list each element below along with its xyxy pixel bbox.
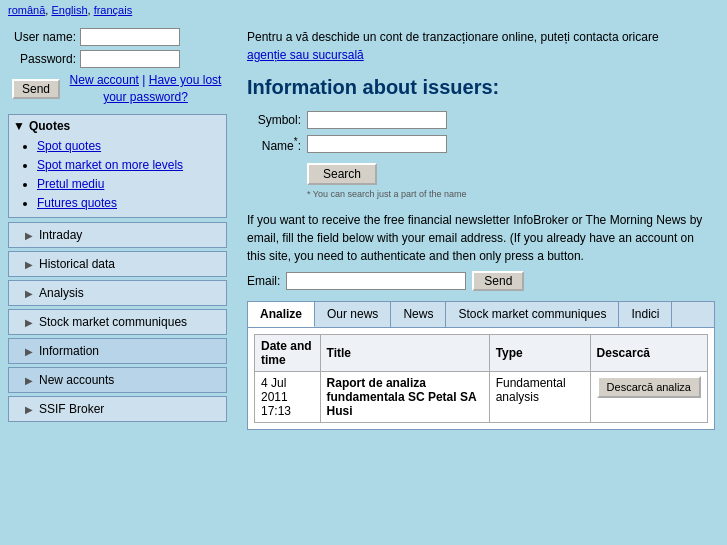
tab-our-news[interactable]: Our news	[315, 302, 391, 327]
table-row: 4 Jul 2011 17:13 Raport de analiza funda…	[255, 372, 708, 423]
tab-indici[interactable]: Indici	[619, 302, 672, 327]
sidebar-item-intraday[interactable]: ▶ Intraday	[8, 222, 227, 248]
login-links: New account | Have you lost your passwor…	[64, 72, 227, 106]
new-account-link[interactable]: New account	[70, 73, 139, 87]
tab-analize[interactable]: Analize	[248, 302, 315, 327]
sidebar-item-label: Information	[39, 344, 99, 358]
agency-link[interactable]: agenție sau sucursală	[247, 48, 364, 62]
login-section: User name: Password: Send New account | …	[8, 28, 227, 106]
password-row: Password:	[8, 50, 227, 68]
nav-arrow-icon: ▶	[25, 375, 33, 386]
email-label: Email:	[247, 272, 280, 290]
cell-title: Raport de analiza fundamentala SC Petal …	[320, 372, 489, 423]
nav-arrow-icon: ▶	[25, 230, 33, 241]
nav-arrow-icon: ▶	[25, 404, 33, 415]
symbol-row: Symbol:	[247, 111, 715, 129]
quotes-section: ▼ Quotes Spot quotes Spot market on more…	[8, 114, 227, 219]
list-item[interactable]: Spot quotes	[37, 137, 222, 156]
tabs-section: Analize Our news News Stock market commu…	[247, 301, 715, 430]
language-link-en[interactable]: English	[51, 4, 87, 16]
tab-stock-communiques[interactable]: Stock market communiques	[446, 302, 619, 327]
email-row: Email: Send	[247, 271, 707, 291]
sidebar-item-ssif[interactable]: ▶ SSIF Broker	[8, 396, 227, 422]
newsletter-section: If you want to receive the free financia…	[247, 211, 707, 291]
newsletter-text: If you want to receive the free financia…	[247, 213, 702, 263]
password-input[interactable]	[80, 50, 180, 68]
cell-date: 4 Jul 2011 17:13	[255, 372, 321, 423]
quotes-arrow-icon: ▼	[13, 119, 25, 133]
quotes-header[interactable]: ▼ Quotes	[13, 119, 222, 133]
sidebar: User name: Password: Send New account | …	[0, 20, 235, 425]
data-table: Date and time Title Type Descarcă 4 Jul …	[254, 334, 708, 423]
issuers-heading: Information about issuers:	[247, 76, 715, 99]
sidebar-item-communiques[interactable]: ▶ Stock market communiques	[8, 309, 227, 335]
search-form: Symbol: Name*: Search * You can search j…	[247, 111, 715, 199]
sidebar-item-label: Historical data	[39, 257, 115, 271]
cell-type: Fundamental analysis	[489, 372, 590, 423]
sidebar-item-label: Analysis	[39, 286, 84, 300]
language-link-ro[interactable]: română	[8, 4, 45, 16]
username-input[interactable]	[80, 28, 180, 46]
sidebar-item-label: SSIF Broker	[39, 402, 104, 416]
sidebar-item-label: Intraday	[39, 228, 82, 242]
username-label: User name:	[8, 30, 80, 44]
col-date: Date and time	[255, 335, 321, 372]
email-send-button[interactable]: Send	[472, 271, 524, 291]
pretul-mediu-link[interactable]: Pretul mediu	[37, 177, 104, 191]
symbol-label: Symbol:	[247, 113, 307, 127]
name-label: Name*:	[247, 136, 307, 153]
sidebar-item-analysis[interactable]: ▶ Analysis	[8, 280, 227, 306]
nav-arrow-icon: ▶	[25, 317, 33, 328]
symbol-input[interactable]	[307, 111, 447, 129]
tab-news[interactable]: News	[391, 302, 446, 327]
language-link-fr[interactable]: français	[94, 4, 133, 16]
password-label: Password:	[8, 52, 80, 66]
table-header-row: Date and time Title Type Descarcă	[255, 335, 708, 372]
tabs-bar: Analize Our news News Stock market commu…	[248, 302, 714, 328]
futures-link[interactable]: Futures quotes	[37, 196, 117, 210]
content-area: Pentru a vă deschide un cont de tranzacț…	[235, 20, 727, 545]
list-item[interactable]: Spot market on more levels	[37, 156, 222, 175]
col-type: Type	[489, 335, 590, 372]
email-input[interactable]	[286, 272, 466, 290]
spot-market-link[interactable]: Spot market on more levels	[37, 158, 183, 172]
quotes-list: Spot quotes Spot market on more levels P…	[13, 137, 222, 214]
nav-arrow-icon: ▶	[25, 346, 33, 357]
username-row: User name:	[8, 28, 227, 46]
sidebar-item-information[interactable]: ▶ Information	[8, 338, 227, 364]
search-note: * You can search just a part of the name	[307, 189, 715, 199]
list-item[interactable]: Futures quotes	[37, 194, 222, 213]
search-btn-row: Search	[247, 159, 715, 185]
quotes-title: Quotes	[29, 119, 70, 133]
send-button[interactable]: Send	[12, 79, 60, 99]
col-download: Descarcă	[590, 335, 707, 372]
search-button[interactable]: Search	[307, 163, 377, 185]
nav-arrow-icon: ▶	[25, 288, 33, 299]
nav-arrow-icon: ▶	[25, 259, 33, 270]
login-actions: Send New account | Have you lost your pa…	[8, 72, 227, 106]
language-bar: română, English, français	[0, 0, 727, 20]
sidebar-item-historical[interactable]: ▶ Historical data	[8, 251, 227, 277]
sidebar-item-label: New accounts	[39, 373, 114, 387]
col-title: Title	[320, 335, 489, 372]
spot-quotes-link[interactable]: Spot quotes	[37, 139, 101, 153]
tab-content: Date and time Title Type Descarcă 4 Jul …	[248, 328, 714, 429]
top-text: Pentru a vă deschide un cont de tranzacț…	[247, 28, 687, 64]
download-button[interactable]: Descarcă analiza	[597, 376, 701, 398]
cell-download: Descarcă analiza	[590, 372, 707, 423]
sidebar-item-new-accounts[interactable]: ▶ New accounts	[8, 367, 227, 393]
name-input[interactable]	[307, 135, 447, 153]
main-layout: User name: Password: Send New account | …	[0, 20, 727, 545]
top-description: Pentru a vă deschide un cont de tranzacț…	[247, 30, 659, 44]
list-item[interactable]: Pretul mediu	[37, 175, 222, 194]
sidebar-item-label: Stock market communiques	[39, 315, 187, 329]
name-row: Name*:	[247, 135, 715, 153]
